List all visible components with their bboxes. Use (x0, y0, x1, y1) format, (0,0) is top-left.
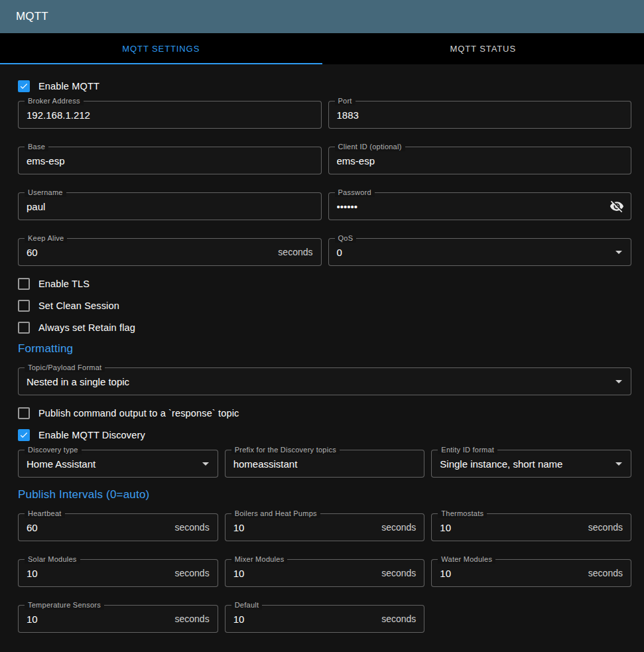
topic-format-select[interactable]: Topic/Payload Format Nested in a single … (18, 367, 631, 395)
password-input[interactable] (329, 193, 610, 220)
client-id-label: Client ID (optional) (335, 143, 405, 151)
retain-flag-checkbox[interactable]: Always set Retain flag (18, 320, 631, 335)
broker-address-label: Broker Address (25, 97, 84, 105)
heartbeat-field: Heartbeat seconds (18, 513, 218, 541)
entity-id-format-value: Single instance, short name (432, 458, 615, 470)
water-modules-field: Water Modules seconds (431, 559, 631, 587)
broker-address-input[interactable] (19, 101, 321, 128)
client-id-field: Client ID (optional) (328, 147, 632, 174)
publish-intervals-heading: Publish Intervals (0=auto) (18, 488, 631, 501)
password-label: Password (335, 188, 375, 197)
default-interval-field: Default seconds (225, 605, 425, 633)
app-header: MQTT (0, 0, 644, 33)
seconds-suffix: seconds (175, 614, 218, 624)
discovery-prefix-field: Prefix for the Discovery topics (225, 450, 425, 478)
publish-response-checkbox[interactable]: Publish command output to a `response` t… (18, 406, 631, 421)
intervals-row-1: Heartbeat seconds Boilers and Heat Pumps… (18, 513, 631, 541)
heartbeat-input[interactable] (19, 514, 175, 541)
solar-modules-label: Solar Modules (25, 555, 80, 564)
mqtt-settings-form: Enable MQTT Broker Address Port Base Cli… (0, 64, 644, 639)
discovery-type-select[interactable]: Discovery type Home Assistant (18, 450, 218, 478)
keep-alive-input[interactable] (19, 239, 278, 265)
enable-mqtt-checkbox[interactable]: Enable MQTT (18, 79, 631, 94)
checkbox-unchecked-icon (18, 407, 30, 419)
discovery-row: Discovery type Home Assistant Prefix for… (18, 450, 631, 478)
default-interval-input[interactable] (225, 606, 382, 632)
enable-tls-label: Enable TLS (38, 279, 90, 289)
credentials-row: Username Password (18, 192, 631, 220)
dropdown-arrow-icon (202, 462, 209, 466)
checkbox-unchecked-icon (18, 300, 30, 312)
publish-response-label: Publish command output to a `response` t… (38, 408, 239, 419)
seconds-suffix: seconds (588, 568, 631, 578)
thermostats-input[interactable] (432, 514, 588, 541)
visibility-off-icon[interactable] (610, 199, 624, 214)
username-input[interactable] (19, 193, 321, 220)
discovery-type-label: Discovery type (25, 446, 82, 454)
base-input[interactable] (19, 147, 321, 174)
qos-select[interactable]: QoS 0 (328, 238, 632, 266)
keep-alive-field: Keep Alive seconds (18, 238, 322, 266)
port-input[interactable] (329, 101, 631, 128)
checkbox-checked-icon (18, 80, 30, 92)
temperature-sensors-field: Temperature Sensors seconds (18, 605, 218, 633)
topic-format-value: Nested in a single topic (19, 376, 615, 387)
discovery-prefix-input[interactable] (225, 450, 424, 477)
enable-discovery-label: Enable MQTT Discovery (38, 430, 145, 440)
thermostats-label: Thermostats (438, 509, 487, 518)
tab-mqtt-status[interactable]: MQTT STATUS (322, 33, 644, 64)
base-clientid-row: Base Client ID (optional) (18, 147, 631, 174)
qos-value: 0 (329, 247, 616, 258)
mixer-modules-field: Mixer Modules seconds (225, 559, 425, 587)
default-interval-label: Default (231, 601, 263, 610)
entity-id-format-select[interactable]: Entity ID format Single instance, short … (431, 450, 631, 478)
clean-session-checkbox[interactable]: Set Clean Session (18, 298, 631, 313)
seconds-suffix: seconds (381, 522, 424, 533)
page-title: MQTT (16, 10, 48, 23)
solar-modules-field: Solar Modules seconds (18, 559, 218, 587)
broker-port-row: Broker Address Port (18, 101, 631, 129)
topic-format-label: Topic/Payload Format (25, 363, 105, 372)
formatting-heading: Formatting (18, 342, 631, 356)
boilers-label: Boilers and Heat Pumps (231, 509, 320, 518)
heartbeat-label: Heartbeat (25, 509, 65, 518)
seconds-suffix: seconds (381, 568, 424, 578)
dropdown-arrow-icon (615, 462, 622, 466)
discovery-prefix-label: Prefix for the Discovery topics (231, 446, 340, 454)
temperature-sensors-input[interactable] (19, 606, 175, 632)
enable-tls-checkbox[interactable]: Enable TLS (18, 277, 631, 291)
topic-format-row: Topic/Payload Format Nested in a single … (18, 367, 631, 395)
keepalive-qos-row: Keep Alive seconds QoS 0 (18, 238, 631, 266)
username-field: Username (18, 192, 322, 220)
retain-flag-label: Always set Retain flag (38, 322, 135, 333)
checkbox-unchecked-icon (18, 278, 30, 290)
seconds-suffix: seconds (175, 568, 218, 578)
tab-mqtt-settings[interactable]: MQTT SETTINGS (0, 33, 322, 64)
client-id-input[interactable] (329, 147, 631, 174)
qos-label: QoS (335, 234, 357, 243)
seconds-suffix: seconds (588, 522, 631, 533)
checkbox-checked-icon (18, 429, 30, 441)
dropdown-arrow-icon (615, 380, 622, 383)
keep-alive-label: Keep Alive (25, 234, 67, 243)
water-modules-input[interactable] (432, 560, 588, 586)
mixer-modules-label: Mixer Modules (231, 555, 288, 564)
thermostats-field: Thermostats seconds (431, 513, 631, 541)
solar-modules-input[interactable] (19, 560, 175, 586)
tab-bar: MQTT SETTINGS MQTT STATUS (0, 33, 644, 64)
intervals-row-2: Solar Modules seconds Mixer Modules seco… (18, 559, 631, 587)
seconds-suffix: seconds (381, 614, 424, 624)
mixer-modules-input[interactable] (225, 560, 382, 586)
intervals-row-3: Temperature Sensors seconds Default seco… (18, 605, 631, 633)
enable-mqtt-label: Enable MQTT (38, 81, 99, 92)
port-label: Port (335, 97, 355, 105)
boilers-input[interactable] (225, 514, 382, 541)
enable-discovery-checkbox[interactable]: Enable MQTT Discovery (18, 428, 631, 442)
discovery-type-value: Home Assistant (19, 458, 202, 470)
checkbox-unchecked-icon (18, 322, 30, 334)
password-field: Password (328, 192, 632, 220)
water-modules-label: Water Modules (438, 555, 495, 564)
boilers-field: Boilers and Heat Pumps seconds (225, 513, 425, 541)
dropdown-arrow-icon (615, 251, 622, 254)
port-field: Port (328, 101, 632, 129)
